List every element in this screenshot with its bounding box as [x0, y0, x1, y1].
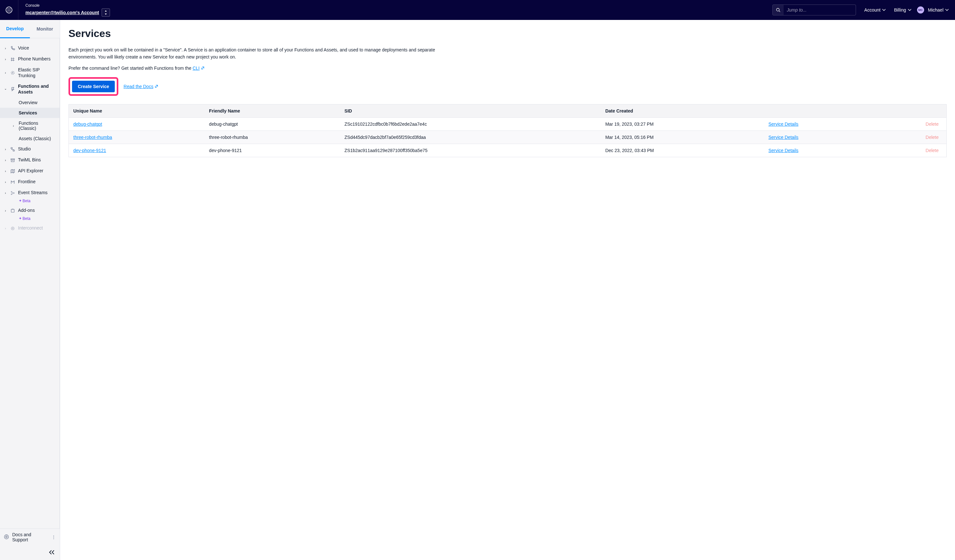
- chevron-right-icon: [4, 180, 7, 184]
- sidebar-item-elastic-sip[interactable]: Elastic SIP Trunking: [0, 65, 59, 81]
- friendly-name-cell: three-robot-rhumba: [205, 131, 340, 144]
- highlight-annotation: Create Service: [69, 77, 118, 96]
- unique-name-link[interactable]: debug-chatgpt: [73, 122, 102, 127]
- delete-link[interactable]: Delete: [926, 148, 939, 153]
- cli-prefix-text: Prefer the command line? Get started wit…: [69, 66, 193, 71]
- date-cell: Mar 14, 2023, 05:16 PM: [601, 131, 764, 144]
- sidebar-item-api-explorer[interactable]: API Explorer: [0, 166, 59, 177]
- chevron-right-icon: [4, 209, 7, 213]
- sidebar-item-twiml-bins[interactable]: TwiML Bins: [0, 155, 59, 166]
- chevron-down-icon: [946, 9, 949, 11]
- sid-cell: ZSd445dc97dacb2bf7a0e65f259cd3fdaa: [340, 131, 601, 144]
- double-chevron-left-icon: [49, 550, 55, 555]
- sidebar-label: Frontline: [18, 179, 56, 185]
- beta-label: Beta: [22, 199, 31, 203]
- chevron-right-icon: [4, 58, 7, 61]
- map-icon: [9, 168, 16, 174]
- external-link-icon: [201, 66, 205, 71]
- svg-point-18: [12, 209, 13, 210]
- sid-cell: ZS1b2ac911aa9129e287100ff350ba5e75: [340, 144, 601, 157]
- tab-develop[interactable]: Develop: [0, 20, 30, 38]
- chevron-down-icon: [908, 9, 911, 11]
- interconnect-icon: [9, 225, 16, 231]
- billing-menu[interactable]: Billing: [894, 8, 911, 13]
- svg-rect-9: [11, 147, 12, 149]
- account-switcher-button[interactable]: [102, 8, 110, 17]
- account-block: Console mcarpenter@twilio.com's Account: [18, 3, 110, 17]
- sidebar: Develop Monitor Voice Phone Numbers Elas…: [0, 20, 60, 560]
- create-service-button[interactable]: Create Service: [72, 81, 115, 92]
- chevron-right-icon: [4, 227, 7, 230]
- twilio-logo[interactable]: [0, 0, 18, 20]
- event-streams-icon: [9, 190, 16, 196]
- sidebar-item-interconnect[interactable]: Interconnect: [0, 223, 59, 234]
- sidebar-label: Add-ons: [18, 208, 56, 213]
- sidebar-subitem-overview[interactable]: Overview: [0, 97, 59, 108]
- read-docs-label: Read the Docs: [124, 84, 153, 89]
- external-link-icon: [155, 84, 158, 89]
- search-input[interactable]: [784, 5, 856, 15]
- user-menu[interactable]: MC Michael: [917, 6, 949, 14]
- topbar: Console mcarpenter@twilio.com's Account …: [0, 0, 955, 20]
- frontline-icon: [9, 179, 16, 185]
- sidebar-label: Studio: [18, 146, 56, 152]
- svg-point-8: [12, 72, 13, 73]
- delete-link[interactable]: Delete: [926, 122, 939, 127]
- col-delete: [875, 105, 947, 118]
- user-name-label: Michael: [928, 8, 943, 13]
- kebab-menu-icon[interactable]: ⋮: [52, 535, 56, 540]
- chevron-right-icon: [4, 71, 7, 75]
- friendly-name-cell: dev-phone-9121: [205, 144, 340, 157]
- search-button[interactable]: [773, 5, 784, 15]
- sidebar-item-studio[interactable]: Studio: [0, 144, 59, 155]
- service-details-link[interactable]: Service Details: [769, 135, 798, 140]
- sort-vertical-icon: [104, 10, 107, 15]
- collapse-sidebar-button[interactable]: [49, 550, 55, 555]
- sidebar-item-addons[interactable]: Add-ons: [0, 205, 59, 216]
- sparkle-icon: [19, 199, 22, 203]
- sidebar-item-event-streams[interactable]: Event Streams: [0, 188, 59, 198]
- sidebar-label: Functions (Classic): [19, 120, 56, 131]
- unique-name-link[interactable]: dev-phone-9121: [73, 148, 106, 153]
- account-name-link[interactable]: mcarpenter@twilio.com's Account: [25, 10, 99, 15]
- table-row: debug-chatgptdebug-chatgptZSc19102122cdf…: [69, 118, 947, 131]
- tab-monitor[interactable]: Monitor: [30, 20, 60, 38]
- svg-point-1: [8, 8, 9, 9]
- sidebar-subitem-functions-classic[interactable]: › Functions (Classic): [0, 118, 59, 133]
- sidebar-item-voice[interactable]: Voice: [0, 43, 59, 54]
- read-docs-link[interactable]: Read the Docs: [124, 84, 158, 89]
- date-cell: Mar 19, 2023, 03:27 PM: [601, 118, 764, 131]
- col-date-created: Date Created: [601, 105, 764, 118]
- service-details-link[interactable]: Service Details: [769, 148, 798, 153]
- date-cell: Dec 23, 2022, 03:43 PM: [601, 144, 764, 157]
- friendly-name-cell: debug-chatgpt: [205, 118, 340, 131]
- sparkle-icon: [19, 217, 22, 220]
- cli-link-text: CLI: [193, 66, 200, 71]
- svg-point-3: [8, 10, 9, 12]
- sidebar-label: Elastic SIP Trunking: [18, 67, 56, 78]
- svg-point-4: [9, 10, 11, 12]
- sidebar-label: Interconnect: [18, 225, 56, 231]
- cli-link[interactable]: CLI: [193, 66, 205, 71]
- sidebar-item-functions-assets[interactable]: Functions and Assets: [0, 81, 59, 97]
- archive-icon: [9, 157, 16, 163]
- delete-link[interactable]: Delete: [926, 135, 939, 140]
- sidebar-label: Phone Numbers: [18, 56, 56, 62]
- col-sid: SID: [340, 105, 601, 118]
- account-menu[interactable]: Account: [864, 8, 886, 13]
- sidebar-item-phone-numbers[interactable]: Phone Numbers: [0, 54, 59, 65]
- sidebar-subitem-services[interactable]: Services: [0, 108, 59, 118]
- sidebar-subitem-assets-classic[interactable]: Assets (Classic): [0, 133, 59, 144]
- table-row: three-robot-rhumbathree-robot-rhumbaZSd4…: [69, 131, 947, 144]
- sidebar-label: TwiML Bins: [18, 157, 56, 163]
- sid-cell: ZSc19102122cdfbc0b7f6bd2ede2aa7e4c: [340, 118, 601, 131]
- col-actions: [764, 105, 875, 118]
- sidebar-item-frontline[interactable]: Frontline: [0, 177, 59, 188]
- sidebar-label: Functions and Assets: [18, 84, 56, 95]
- chevron-right-icon: [4, 47, 7, 50]
- docs-support-link[interactable]: Docs and Support ⋮: [0, 529, 60, 546]
- chevron-right-icon: [4, 169, 7, 173]
- service-details-link[interactable]: Service Details: [769, 122, 798, 127]
- svg-point-0: [6, 7, 12, 13]
- unique-name-link[interactable]: three-robot-rhumba: [73, 135, 112, 140]
